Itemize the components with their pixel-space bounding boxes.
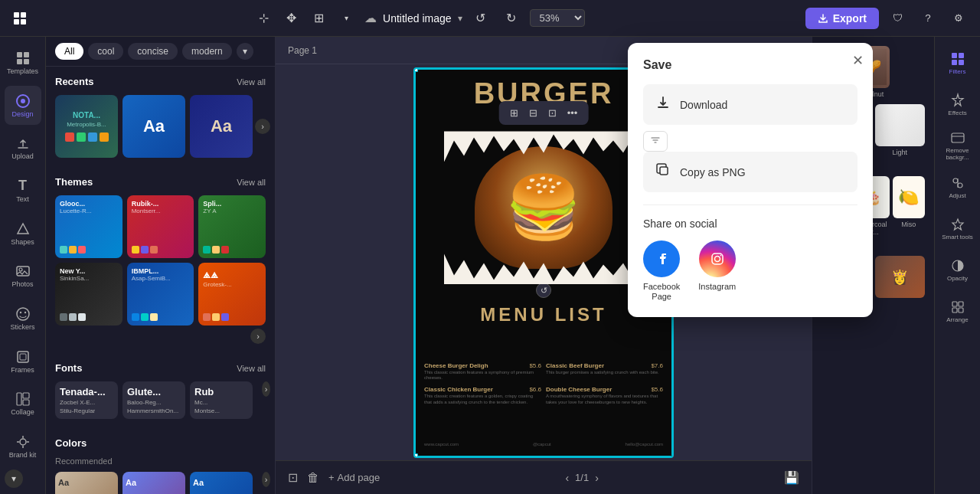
font-item-tenada[interactable]: Tenada-... Zocbel X-E... Stilu-Regular [55, 381, 118, 419]
font-item-rub[interactable]: Rub Mc... Montse... [190, 381, 253, 419]
themes-nav-right[interactable]: › [250, 329, 266, 344]
filter-all-btn[interactable]: All [55, 43, 83, 60]
right-tool-effects[interactable]: Effects [939, 84, 976, 124]
recent-item-aa-dark[interactable]: Aa [190, 95, 253, 158]
add-page-btn[interactable]: + Add page [328, 472, 380, 483]
svg-point-21 [20, 439, 26, 445]
font-item-glute[interactable]: Glute... Baloo-Reg... HammersmithOn... [122, 381, 185, 419]
themes-section: Themes View all Glooc... Lucette-R... Ru… [46, 167, 275, 353]
sidebar-bottom-area: Brand kit ▾ [5, 427, 41, 488]
theme-item-ibm[interactable]: IBMPL... Asap-SemiB... [127, 263, 194, 326]
color-swatch-2[interactable]: Aa [122, 472, 185, 494]
sidebar-stickers-label: Stickers [10, 323, 34, 331]
canvas-tool-crop[interactable]: ⊡ [544, 104, 561, 122]
modal-download-btn[interactable]: Download [643, 84, 858, 125]
redo-btn[interactable]: ↻ [499, 6, 524, 31]
filter-modern-btn[interactable]: modern [182, 43, 232, 60]
theme-grotesk-sub: Grotesk-... [203, 281, 261, 288]
right-tool-filters[interactable]: Filters [939, 43, 976, 83]
recent-aa-dark-text: Aa [211, 116, 232, 136]
theme-glooc-sub: Lucette-R... [60, 208, 118, 214]
canvas-tool-more[interactable]: ••• [563, 104, 583, 122]
undo-btn[interactable]: ↺ [469, 6, 493, 31]
facebook-label: FacebookPage [643, 282, 680, 302]
menu-item-3: Classic Chicken Burger $6.6 This classic… [424, 386, 541, 406]
export-btn[interactable]: Export [805, 8, 879, 29]
prev-page-btn[interactable]: ‹ [565, 472, 569, 484]
right-tool-adjust[interactable]: Adjust [939, 167, 976, 207]
svg-rect-35 [959, 302, 963, 306]
sidebar-item-collage[interactable]: Collage [5, 384, 41, 424]
download-settings-btn[interactable] [643, 131, 668, 152]
sidebar-item-design[interactable]: Design [5, 86, 41, 126]
font-rub-name: Rub [194, 386, 248, 397]
sidebar-item-shapes[interactable]: Shapes [5, 214, 41, 254]
sidebar-item-upload[interactable]: Upload [5, 128, 41, 168]
right-tool-arrange[interactable]: Arrange [939, 291, 976, 331]
sidebar-item-text[interactable]: T Text [5, 171, 41, 211]
colors-nav-right[interactable]: › [262, 472, 270, 487]
modal-close-btn[interactable]: ✕ [852, 52, 864, 69]
theme-item-glooc[interactable]: Glooc... Lucette-R... [55, 195, 122, 258]
page-label: Page 1 [288, 45, 317, 56]
sidebar-item-brand-kit[interactable]: Brand kit [5, 427, 41, 466]
facebook-share-btn[interactable]: FacebookPage [643, 240, 680, 302]
move-tool-btn[interactable]: ✥ [279, 6, 303, 31]
recent-item-aa-blue[interactable]: Aa [122, 95, 185, 158]
recents-nav-right[interactable]: › [255, 119, 270, 134]
rotate-handle[interactable]: ↺ [536, 283, 551, 298]
style-light[interactable]: Light [875, 104, 926, 156]
themes-view-all[interactable]: View all [237, 178, 266, 187]
svg-rect-18 [17, 393, 21, 405]
theme-item-rubik[interactable]: Rubik-... Montserr... [127, 195, 194, 258]
theme-ibm-name: IBMPL... [132, 267, 190, 275]
right-tool-smart[interactable]: Smart tools [939, 208, 976, 248]
sidebar-item-templates[interactable]: Templates [5, 43, 41, 83]
right-tool-opacity[interactable]: Opacity [939, 250, 976, 290]
color-swatch-1[interactable]: Aa [55, 472, 118, 494]
canvas-tool-table[interactable]: ⊟ [524, 104, 542, 122]
sidebar-item-stickers[interactable]: Stickers [5, 299, 41, 339]
svg-rect-5 [24, 52, 29, 57]
canvas-tool-grid[interactable]: ⊞ [505, 104, 523, 122]
shield-icon-btn[interactable]: 🛡 [885, 6, 910, 31]
layout-tool-chevron[interactable]: ▾ [334, 6, 358, 31]
color-swatch-3[interactable]: Aa [190, 472, 253, 494]
modal-copy-png-btn[interactable]: Copy as PNG [643, 152, 858, 192]
filter-cool-btn[interactable]: cool [88, 43, 123, 60]
social-buttons: FacebookPage Instagram [643, 240, 858, 302]
delete-page-btn[interactable]: 🗑 [307, 471, 319, 485]
help-icon-btn[interactable]: ? [916, 6, 940, 31]
fonts-view-all[interactable]: View all [237, 364, 266, 373]
filter-concise-btn[interactable]: concise [128, 43, 178, 60]
theme-item-newy[interactable]: New Y... SinkinSa... [55, 263, 122, 326]
menu-item-3-desc: This classic creation features a golden,… [424, 394, 541, 406]
sidebar-item-frames[interactable]: Frames [5, 342, 41, 381]
zoom-selector[interactable]: 53%100%75%50% [530, 9, 585, 27]
right-tool-removebg[interactable]: Remove backgr... [939, 126, 976, 165]
menu-item-1-desc: This classic creation features a symphon… [424, 370, 541, 382]
save-icon-btn[interactable]: 💾 [784, 470, 799, 485]
recent-item-nota[interactable]: NOTA... Metropolis-B... [55, 95, 118, 158]
filter-more-btn[interactable]: ▾ [237, 43, 253, 60]
copy-page-btn[interactable]: ⊡ [288, 470, 298, 485]
instagram-share-btn[interactable]: Instagram [698, 240, 736, 302]
right-tool-opacity-label: Opacity [947, 275, 968, 282]
style-retro-2[interactable]: 👸 [875, 256, 926, 298]
settings-icon-btn[interactable]: ⚙ [946, 6, 971, 31]
select-tool-btn[interactable]: ⊹ [251, 6, 276, 31]
style-miso[interactable]: 🍋 Miso [893, 176, 925, 236]
theme-item-grotesk[interactable]: ⟁⟁ Grotesk-... [198, 263, 266, 326]
app-logo[interactable] [9, 8, 31, 29]
theme-item-split[interactable]: Spli... ZY A [198, 195, 266, 258]
doc-title[interactable]: Untitled image [383, 12, 452, 25]
left-sidebar: Templates Design Upload T Text Shapes Ph… [0, 37, 46, 494]
doc-title-chevron[interactable]: ▾ [458, 13, 462, 24]
layout-tool-btn[interactable]: ⊞ [306, 6, 331, 31]
next-page-btn[interactable]: › [595, 472, 599, 484]
sidebar-item-photos[interactable]: Photos [5, 256, 41, 296]
swatch2-label: Aa [126, 478, 136, 487]
sidebar-collapse-btn[interactable]: ▾ [5, 469, 23, 488]
fonts-nav-right[interactable]: › [262, 381, 270, 397]
recents-view-all[interactable]: View all [237, 77, 266, 87]
